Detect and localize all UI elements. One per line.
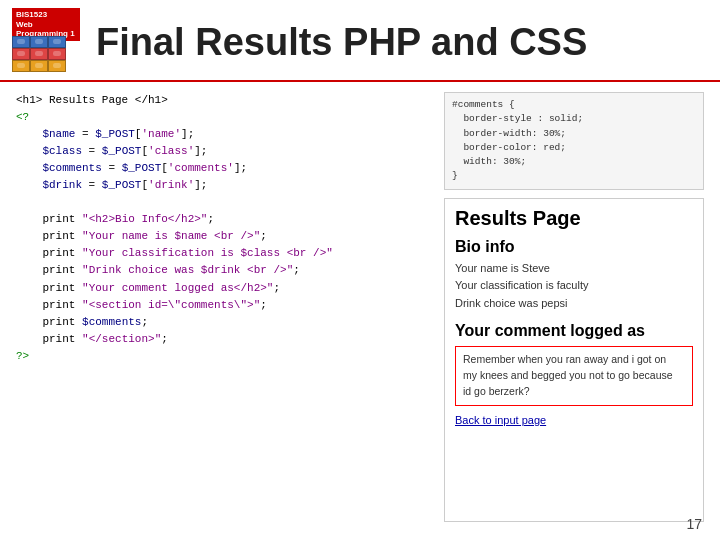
logo-block: BIS1523 Web Programming 1	[12, 8, 80, 76]
brick-html	[12, 60, 30, 72]
brick-css2	[30, 48, 48, 60]
brick-html3	[48, 60, 66, 72]
css-code-box: #comments { border-style : solid; border…	[444, 92, 704, 190]
comment-text: Remember when you ran away and i got on …	[463, 353, 673, 397]
page-title: Final Results PHP and CSS	[96, 21, 587, 64]
results-page-heading: Results Page	[455, 207, 693, 230]
brick-php	[12, 36, 30, 48]
bio-info-items: Your name is Steve Your classification i…	[455, 260, 693, 313]
code-panel: <h1> Results Page </h1> <? $name = $_POS…	[16, 92, 428, 522]
preview-panel: #comments { border-style : solid; border…	[444, 92, 704, 522]
brick-css3	[48, 48, 66, 60]
comment-box: Remember when you ran away and i got on …	[455, 346, 693, 405]
header: BIS1523 Web Programming 1 Final Results …	[0, 0, 720, 82]
page-number: 17	[686, 516, 702, 532]
bio-item-name: Your name is Steve	[455, 260, 693, 278]
comment-logged-heading: Your comment logged as	[455, 322, 693, 340]
brick-css	[12, 48, 30, 60]
browser-result: Results Page Bio info Your name is Steve…	[444, 198, 704, 523]
brick-php3	[48, 36, 66, 48]
bio-item-class: Your classification is faculty	[455, 277, 693, 295]
brick-php2	[30, 36, 48, 48]
back-link[interactable]: Back to input page	[455, 414, 693, 426]
main-content: <h1> Results Page </h1> <? $name = $_POS…	[0, 82, 720, 532]
brick-html2	[30, 60, 48, 72]
bio-item-drink: Drink choice was pepsi	[455, 295, 693, 313]
bio-info-heading: Bio info	[455, 238, 693, 256]
